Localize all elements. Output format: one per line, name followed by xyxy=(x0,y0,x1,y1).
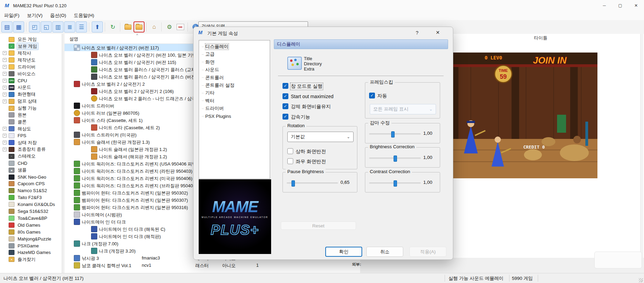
sidebar-item-30[interactable]: PSXGame xyxy=(0,242,40,249)
sidebar-item-13[interactable]: +해상도 xyxy=(0,125,32,132)
maximize-button[interactable]: ▢ xyxy=(612,0,628,11)
expand-icon[interactable]: + xyxy=(3,86,7,89)
close-button[interactable]: ✕ xyxy=(628,0,644,11)
dialog-tree-item-7[interactable]: ┈벡터 xyxy=(199,97,215,104)
expand-icon[interactable]: + xyxy=(3,51,7,55)
expand-icon[interactable]: + xyxy=(3,100,7,103)
view-grouped-details-icon[interactable]: ☰ xyxy=(76,21,87,32)
display-option-2-checkbox[interactable]: ✓ xyxy=(283,103,288,109)
expand-icon[interactable]: + xyxy=(3,134,7,138)
expand-icon[interactable]: + xyxy=(3,58,7,62)
flip-vertical-checkbox[interactable] xyxy=(287,148,293,154)
sidebar-item-21[interactable]: Capcom CPS xyxy=(0,180,46,187)
sidebar-item-1[interactable]: ✓보유 게임 xyxy=(0,43,39,50)
sidebar-item-9[interactable]: +덤프 상태 xyxy=(0,98,38,105)
expand-icon[interactable]: + xyxy=(3,93,7,96)
sidebar-item-26[interactable]: Toa&Cave&BP xyxy=(0,215,48,221)
dialog-tree-item-3[interactable]: ┈사운드 xyxy=(199,66,219,73)
flip-horizontal-checkbox[interactable] xyxy=(287,158,293,164)
apply-button[interactable]: 적용(A) xyxy=(409,247,446,257)
display-option-3-checkbox[interactable]: ✓ xyxy=(283,114,288,120)
dialog-tree-item-1[interactable]: ┈고급 xyxy=(199,51,215,58)
sidebar-item-5[interactable]: +바이오스 xyxy=(0,70,37,77)
view-list-icon[interactable]: ▥ xyxy=(52,21,63,32)
view-small-icons-icon[interactable]: ◱ xyxy=(41,21,52,32)
dialog-tree-item-6[interactable]: ┈기타 xyxy=(199,89,215,96)
frameskip-dropdown[interactable]: 모든 프레임 표시⌄ xyxy=(370,104,436,114)
sidebar-item-0[interactable]: 모든 게임 xyxy=(0,36,38,43)
home-icon[interactable]: ⌂ xyxy=(149,22,159,32)
expand-icon[interactable]: + xyxy=(3,148,7,151)
view-icons-icon[interactable]: ◰ xyxy=(29,21,40,32)
interface-options-icon[interactable]: ⚙ xyxy=(164,22,175,32)
sidebar-item-15[interactable]: +상태 저장 xyxy=(0,139,38,146)
reset-button[interactable]: Reset xyxy=(281,221,356,230)
tab-title-screen[interactable]: 타이틀 xyxy=(534,35,547,41)
sidebar-item-18[interactable]: CHD xyxy=(0,160,28,167)
ime-icon[interactable]: IME xyxy=(175,22,186,32)
slider-track-3[interactable] xyxy=(369,182,421,184)
slider-thumb-2[interactable] xyxy=(291,180,295,187)
expand-icon[interactable]: + xyxy=(3,65,7,69)
minimize-button[interactable]: ─ xyxy=(596,0,612,11)
sidebar-item-12[interactable]: 클론 xyxy=(0,119,28,125)
expand-icon[interactable]: + xyxy=(3,127,7,131)
sidebar-item-3[interactable]: +제작년도 xyxy=(0,57,37,64)
dialog-tree-item-5[interactable]: ┈콘트롤러 설정 xyxy=(199,82,235,89)
sidebar-item-7[interactable]: +SND사운드 xyxy=(0,84,32,91)
refresh-icon[interactable]: ↻ xyxy=(108,22,118,32)
sidebar-item-6[interactable]: +CPUCPU xyxy=(0,77,28,84)
slider-track-1[interactable] xyxy=(369,158,421,159)
slider-thumb-0[interactable] xyxy=(391,131,395,138)
right-panel-scrollbar[interactable] xyxy=(640,34,643,258)
sidebar-item-8[interactable]: +화면형태 xyxy=(0,91,37,98)
sidebar-item-19[interactable]: ◉샘플 xyxy=(0,167,28,173)
sidebar-item-32[interactable]: ★즐겨찾기 xyxy=(0,256,37,263)
expand-icon[interactable]: + xyxy=(3,72,7,76)
slider-track-0[interactable] xyxy=(369,133,421,135)
slider-thumb-3[interactable] xyxy=(394,180,397,187)
cancel-button[interactable]: 취소 xyxy=(366,247,403,257)
sidebar-item-20[interactable]: SNK Neo-Geo xyxy=(0,173,47,180)
column-description[interactable]: 설명 xyxy=(69,36,78,42)
display-option-1-checkbox[interactable]: ✓ xyxy=(283,93,288,99)
sidebar-item-4[interactable]: +드라이버 xyxy=(0,64,37,70)
dialog-tree-item-2[interactable]: ┈화면 xyxy=(199,59,215,66)
sidebar-item-16[interactable]: +조종장치 종류 xyxy=(0,146,47,153)
sidebar-item-22[interactable]: Namco S1&S2 xyxy=(0,187,48,194)
sidebar-item-14[interactable]: +∿FPS xyxy=(0,132,27,139)
sidebar-item-17[interactable]: ∩스테레오 xyxy=(0,153,37,160)
expand-icon[interactable]: + xyxy=(3,79,7,83)
expand-icon[interactable]: + xyxy=(3,141,7,144)
dialog-help-icon[interactable]: ? xyxy=(416,30,418,36)
folder-tree-icon[interactable] xyxy=(123,22,133,32)
sidebar-item-29[interactable]: Mahjong&Puzzle xyxy=(0,235,52,242)
dialog-close-icon[interactable]: ✕ xyxy=(436,30,440,35)
sidebar-item-10[interactable]: ✓실행 가능 xyxy=(0,105,38,112)
view-details-icon[interactable]: ≣ xyxy=(64,21,75,32)
dialog-tree-item-4[interactable]: ┈콘트롤러 xyxy=(199,74,224,81)
menu-item-1[interactable]: 보기(V) xyxy=(23,11,46,20)
view-large-icons-icon[interactable]: ▤ xyxy=(1,21,12,32)
parent-folder-icon[interactable]: ⬆ xyxy=(92,21,103,32)
ok-button[interactable]: 확인 xyxy=(325,247,362,257)
sidebar-item-31[interactable]: HazeMD Games xyxy=(0,249,52,256)
sidebar-item-28[interactable]: 80s Games xyxy=(0,228,41,235)
sidebar-item-24[interactable]: Konami GX&OLDs xyxy=(0,201,56,208)
menu-item-2[interactable]: 옵션(O) xyxy=(47,11,70,20)
dialog-tree-item-9[interactable]: ┈PSX Plugins xyxy=(199,113,231,120)
dialog-tree-item-0[interactable]: ┈디스플레이 xyxy=(199,43,229,50)
menu-item-0[interactable]: 파일(F) xyxy=(1,11,23,20)
sidebar-item-25[interactable]: Sega S16&S32 xyxy=(0,208,49,215)
menu-item-3[interactable]: 도움말(H) xyxy=(70,11,98,20)
view-grouped-icon[interactable]: ▦ xyxy=(13,21,24,32)
display-option-0-checkbox[interactable]: ✓ xyxy=(283,83,288,89)
game-row-30[interactable]: 남코 클래식 컬렉션 Vol.1ncv1래스터아니오1 xyxy=(65,262,359,269)
resize-grip[interactable] xyxy=(639,278,643,282)
slider-track-2[interactable] xyxy=(287,182,338,184)
sidebar-item-23[interactable]: Taito F2&F3 xyxy=(0,194,43,201)
rotation-dropdown[interactable]: 기본값⌄ xyxy=(287,132,354,142)
slider-thumb-1[interactable] xyxy=(394,155,397,162)
sidebar-item-2[interactable]: +제작사 xyxy=(0,50,32,57)
sidebar-item-27[interactable]: Old Games xyxy=(0,221,41,228)
